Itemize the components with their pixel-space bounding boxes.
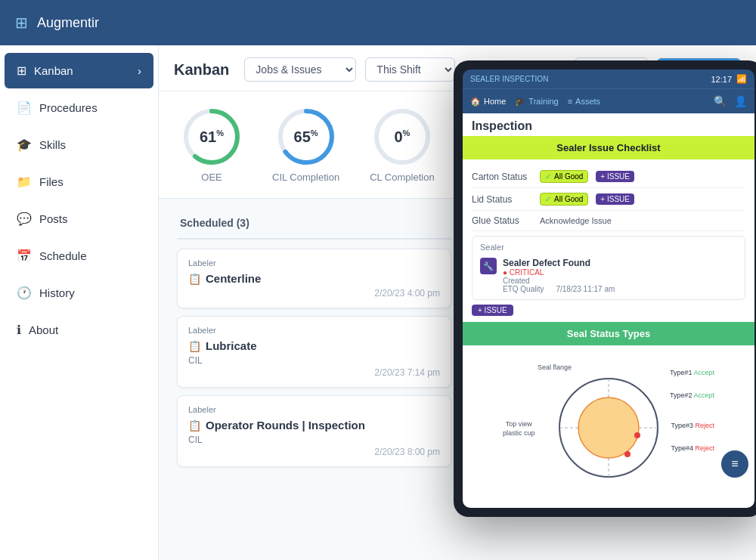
cil-value: 65% [294,128,318,146]
svg-point-8 [578,398,639,458]
checkmark-icon: ✓ [545,195,551,203]
app-grid-icon: ⊞ [15,14,28,32]
issue-button[interactable]: + ISSUE [596,171,634,182]
checkmark-icon: ✓ [545,172,551,181]
search-icon[interactable]: 🔍 [714,95,727,107]
acknowledge-label: Acknowledge Issue [540,216,612,225]
card-sub: CIL [188,355,440,366]
history-icon: 🕐 [17,286,32,300]
table-row[interactable]: Labeler 📋 Centerline 2/20/23 4:00 pm [177,249,451,308]
sidebar-item-files[interactable]: 📁 Files [5,164,153,200]
sidebar-item-skills[interactable]: 🎓 Skills [5,127,153,162]
card-title: 📋 Lubricate [188,339,440,352]
main-layout: ⊞ Kanban › 📄 Procedures 🎓 Skills 📁 Files… [0,45,756,560]
tablet-page-title: Inspection [463,113,754,136]
scheduled-column: Scheduled (3) Labeler 📋 Centerline 2/20/… [171,211,457,560]
issue-type-icon: 🔧 [480,258,497,274]
sidebar-item-posts[interactable]: 💬 Posts [5,201,153,237]
scheduled-header: Scheduled (3) [177,211,451,240]
sidebar-item-about[interactable]: ℹ About [5,312,153,348]
list-item: Lid Status ✓ All Good + ISSUE [472,188,745,211]
check-item-label: Glue Status [472,215,532,226]
doc-icon: 📋 [188,273,201,285]
oee-value: 61% [200,128,224,146]
cl-value: 0% [394,128,410,146]
tablet-time: 12:17 [711,75,732,84]
issue-date: 7/18/23 11:17 am [556,285,615,293]
sidebar-item-procedures[interactable]: 📄 Procedures [5,90,153,125]
issue-btn-row: + ISSUE [472,305,745,316]
seal-diagram-svg [556,375,662,481]
sidebar-item-kanban[interactable]: ⊞ Kanban › [5,53,153,88]
svg-point-10 [624,451,631,457]
issue-meta-created: Created [503,277,615,285]
check-item-label: Lid Status [472,194,532,205]
sidebar: ⊞ Kanban › 📄 Procedures 🎓 Skills 📁 Files… [0,45,159,560]
issue-title: Sealer Defect Found [503,258,615,268]
tablet-nav-training[interactable]: 🎓 Training [515,97,558,107]
check-item-label: Carton Status [472,172,532,182]
type3-label: Type#3 Reject [671,422,714,429]
sidebar-item-history[interactable]: 🕐 History [5,275,153,311]
sidebar-label-about: About [29,323,58,336]
issue-severity: ● CRITICAL [503,268,615,277]
tablet-screen: SEALER INSPECTION 12:17 📶 🏠 Home 🎓 Train… [463,70,754,508]
card-title: 📋 Operator Rounds | Inspection [188,419,440,432]
sealer-title: Sealer [480,243,737,252]
filter-jobs-select[interactable]: Jobs & Issues [244,57,356,82]
sealer-label: SEALER INSPECTION [470,75,548,83]
sidebar-label-posts: Posts [39,212,68,225]
sidebar-label-procedures: Procedures [39,101,98,114]
schedule-icon: 📅 [17,249,32,263]
card-label: Labeler [188,258,440,268]
cil-label: CIL Completion [272,172,339,183]
posts-icon: 💬 [17,212,32,226]
add-issue-button[interactable]: + ISSUE [472,305,513,316]
user-icon[interactable]: 👤 [734,95,747,107]
stat-cil: 65% CIL Completion [272,107,339,183]
procedures-icon: 📄 [17,101,32,115]
stat-oee: 61% OEE [181,107,242,183]
tablet-nav-home[interactable]: 🏠 Home [470,97,506,107]
table-row[interactable]: Labeler 📋 Lubricate CIL 2/20/23 7:14 pm [177,316,451,388]
status-badge: ✓ All Good [540,193,588,206]
tablet-nav-assets[interactable]: ≡ Assets [568,97,600,106]
oee-label: OEE [201,172,222,183]
sidebar-label-schedule: Schedule [39,249,87,262]
card-label: Labeler [188,326,440,335]
tablet-nav: 🏠 Home 🎓 Training ≡ Assets 🔍 👤 [463,88,754,113]
kanban-arrow-icon: › [138,64,141,77]
card-date: 2/20/23 4:00 pm [188,288,440,299]
card-date: 2/20/23 8:00 pm [188,447,440,457]
sidebar-item-schedule[interactable]: 📅 Schedule [5,238,153,274]
skills-icon: 🎓 [17,138,32,152]
seal-section-header: Seal Status Types [463,322,754,345]
sidebar-label-history: History [39,286,75,299]
checklist-area: Carton Status ✓ All Good + ISSUE Lid Sta… [463,159,754,322]
cl-label: CL Completion [370,172,435,183]
seal-diagram: Top viewplastic cup [463,345,754,508]
card-date: 2/20/23 7:14 pm [188,367,440,378]
issue-button[interactable]: + ISSUE [596,193,634,205]
stat-cl: 0% CL Completion [370,107,435,183]
status-badge: ✓ All Good [540,170,588,183]
filter-shift-select[interactable]: This Shift [365,57,455,82]
wifi-icon: 📶 [736,74,747,84]
page-title: Kanban [174,61,229,79]
doc-icon: 📋 [188,419,201,432]
issue-header: Sealer [480,243,737,255]
doc-icon: 📋 [188,340,201,352]
type1-label: Type#1 Accept [670,369,714,376]
checklist-section-header: Sealer Issue Checklist [463,136,754,159]
list-item: Carton Status ✓ All Good + ISSUE [472,166,745,188]
type2-label: Type#2 Accept [670,391,714,399]
tablet-top-bar: SEALER INSPECTION 12:17 📶 [463,70,754,88]
seal-flange-label: Seal flange [538,364,572,371]
files-icon: 📁 [17,175,32,189]
issue-body: 🔧 Sealer Defect Found ● CRITICAL Created… [480,258,737,293]
content-area: Kanban Jobs & Issues This Shift ↻ Refres… [159,45,756,560]
issue-card: Sealer 🔧 Sealer Defect Found ● CRITICAL … [472,236,745,300]
svg-point-9 [634,432,640,438]
fab-button[interactable]: ≡ [721,450,748,478]
table-row[interactable]: Labeler 📋 Operator Rounds | Inspection C… [177,395,451,467]
